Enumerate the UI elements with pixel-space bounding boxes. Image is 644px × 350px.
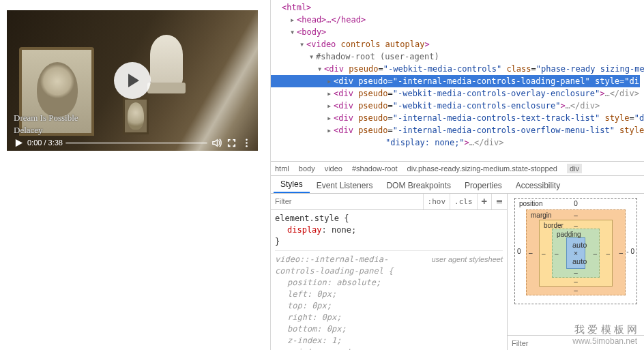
tab-styles[interactable]: Styles [274,177,310,193]
styles-tabs: Styles Event Listeners DOM Breakpoints P… [271,176,644,194]
dom-node[interactable]: ▸<head>…</head> [275,14,640,26]
tab-accessibility[interactable]: Accessibility [509,178,567,193]
box-position-label: position [519,200,542,207]
dom-node[interactable]: <html> [275,1,640,14]
styles-filter-input[interactable] [271,197,423,205]
cls-toggle-button[interactable]: .cls [450,194,477,209]
video-time-display: 0:00 / 3:38 [27,138,63,147]
dom-node[interactable]: ▾<video controls autoplay> [275,38,640,50]
more-icon[interactable] [240,136,252,149]
styles-subpane: :hov .cls + element.style { display: non… [271,194,508,351]
box-model-diagram[interactable]: position 0 0 - 0 margin – – – – border [508,194,644,336]
box-margin-label: margin [531,212,552,219]
svg-point-2 [246,145,248,147]
computed-filter-input[interactable]: Filter [508,335,644,350]
video-poster-frame [123,98,149,134]
styles-filter-bar: :hov .cls + [271,194,507,210]
dom-node[interactable]: ▾<body> [275,26,640,38]
svg-point-1 [246,142,248,144]
box-content-label: auto × auto [566,237,585,269]
crumb-item[interactable]: div.phase-ready.sizing-medium.state-stop… [407,164,557,173]
video-caption-title: Dream Is Possible [14,113,78,123]
dom-node[interactable]: ▸<div pseudo="-webkit-media-controls-ove… [275,87,640,100]
hov-toggle-button[interactable]: :hov [423,194,450,209]
crumb-item-selected[interactable]: div [567,164,582,173]
crumb-item[interactable]: body [299,164,315,173]
styles-rules[interactable]: element.style { display: none; } user ag… [271,210,507,351]
crumb-item[interactable]: #shadow-root [352,164,398,173]
play-icon[interactable] [12,136,25,149]
computed-subpane: position 0 0 - 0 margin – – – – border [508,194,644,351]
dom-node[interactable]: ▸<div pseudo="-internal-media-controls-t… [275,112,640,124]
new-style-rule-button[interactable]: + [477,194,491,209]
svg-point-0 [246,138,248,141]
video-progress-track[interactable] [65,142,207,144]
dom-node[interactable]: ▸<div pseudo="-internal-media-controls-o… [275,124,640,149]
dom-node[interactable]: ▾<div pseudo="-webkit-media-controls" cl… [275,63,640,75]
dom-node-selected[interactable]: ▸<div pseudo="-internal-media-controls-l… [271,75,640,87]
video-element[interactable]: Dream Is Possible Delacey 0:00 / 3:38 [7,10,258,151]
tab-properties[interactable]: Properties [458,178,509,193]
page-preview-pane: Dream Is Possible Delacey 0:00 / 3:38 [0,0,270,350]
video-poster-bust [150,35,183,84]
tab-dom-breakpoints[interactable]: DOM Breakpoints [379,178,458,193]
box-padding-label: padding [557,231,581,238]
ua-stylesheet-label: user agent stylesheet [431,254,503,265]
dom-node[interactable]: ▸<div pseudo="-webkit-media-controls-enc… [275,100,640,112]
elements-dom-tree[interactable]: <html> ▸<head>…</head> ▾<body> ▾<video c… [271,0,644,161]
elements-breadcrumb[interactable]: html body video #shadow-root div.phase-r… [271,161,644,176]
crumb-item[interactable]: html [275,164,289,173]
fullscreen-icon[interactable] [225,136,237,149]
volume-icon[interactable] [210,136,222,149]
crumb-item[interactable]: video [325,164,342,173]
styles-more-button[interactable] [491,194,507,209]
tab-event-listeners[interactable]: Event Listeners [310,178,380,193]
devtools-pane: <html> ▸<head>…</head> ▾<body> ▾<video c… [270,0,644,350]
play-overlay-button[interactable] [114,62,151,99]
dom-shadow-root[interactable]: ▾#shadow-root (user-agent) [275,50,640,63]
video-controls-bar: 0:00 / 3:38 [7,134,258,151]
